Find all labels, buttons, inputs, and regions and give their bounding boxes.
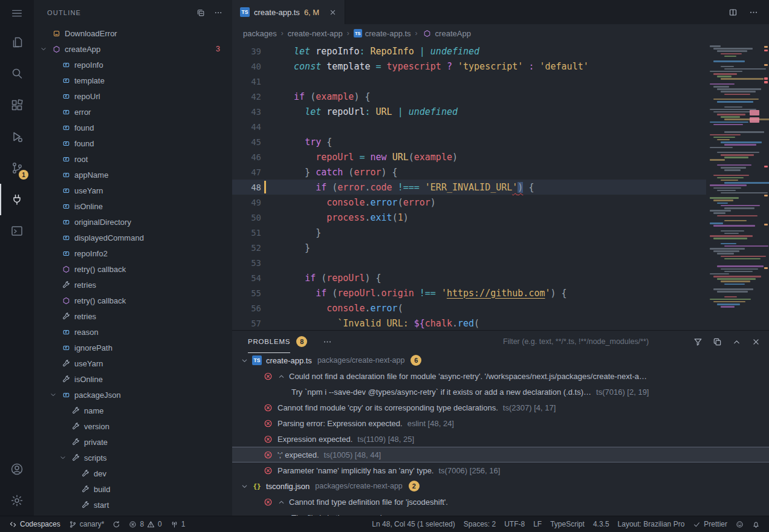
chevron-up-icon[interactable] — [277, 498, 285, 506]
outline-item[interactable]: createApp3 — [34, 41, 232, 57]
code-line[interactable]: 49 console.error(error) — [232, 195, 769, 210]
code-line[interactable]: 57 `Invalid URL: ${chalk.red( — [232, 316, 769, 330]
outline-item[interactable]: useYarn — [34, 183, 232, 198]
code-line[interactable]: 39 let repoInfo: RepoInfo | undefined — [232, 44, 769, 59]
outline-item[interactable]: private — [34, 434, 232, 450]
status-cursor-position[interactable]: Ln 48, Col 45 (1 selected) — [368, 516, 459, 532]
outline-item[interactable]: root — [34, 151, 232, 167]
chevron-up-icon[interactable] — [732, 337, 741, 346]
breadcrumb-packages[interactable]: packages — [243, 29, 277, 38]
tab-create-app[interactable]: TS create-app.ts 6, M — [232, 0, 345, 24]
tab-problems[interactable]: PROBLEMS — [248, 331, 290, 353]
status-notifications[interactable] — [748, 516, 764, 532]
preview-panel-button[interactable] — [0, 215, 34, 247]
outline-item[interactable]: name — [34, 403, 232, 418]
outline-item[interactable]: reason — [34, 324, 232, 340]
status-problems-summary[interactable]: 80 — [125, 516, 166, 532]
code-line[interactable]: 53 — [232, 255, 769, 270]
code-line[interactable]: 43 let repoUrl: URL | undefined — [232, 104, 769, 119]
group-by-icon[interactable] — [713, 337, 722, 346]
code-line[interactable]: 46 repoUrl = new URL(example) — [232, 149, 769, 164]
source-control-button[interactable]: 1 — [0, 152, 34, 184]
outline-item[interactable]: packageJson — [34, 387, 232, 403]
close-icon[interactable] — [329, 8, 337, 16]
outline-item[interactable]: version — [34, 418, 232, 434]
chevron-down-icon[interactable] — [48, 391, 58, 398]
status-layout[interactable]: Layout: Brazilian Pro — [614, 516, 689, 532]
problems-filter-input[interactable] — [502, 337, 683, 346]
outline-item[interactable]: isOnline — [34, 371, 232, 387]
problem-row[interactable]: ';' expected.ts(1005) [48, 44] — [232, 447, 769, 462]
editor-more-icon[interactable] — [749, 8, 758, 17]
minimap[interactable] — [706, 42, 769, 330]
code-line[interactable]: 56 console.error( — [232, 300, 769, 316]
search-button[interactable] — [0, 58, 34, 89]
outline-item[interactable]: start — [34, 497, 232, 513]
problem-row[interactable]: Parsing error: Expression expected.eslin… — [232, 415, 769, 431]
status-sync[interactable] — [108, 516, 125, 532]
code-line[interactable]: 47 } catch (error) { — [232, 164, 769, 180]
problem-related-row[interactable]: Try `npm i --save-dev @types/async-retry… — [232, 384, 769, 400]
outline-item[interactable]: DownloadError — [34, 25, 232, 41]
problem-row[interactable]: Cannot find module 'cpy' or its correspo… — [232, 400, 769, 415]
code-line[interactable]: 50 process.exit(1) — [232, 210, 769, 225]
problem-file-row[interactable]: {}tsconfig.jsonpackages/create-next-app2 — [232, 478, 769, 494]
outline-item[interactable]: error — [34, 104, 232, 120]
outline-item[interactable]: repoInfo — [34, 57, 232, 73]
run-debug-button[interactable] — [0, 121, 34, 152]
extensions-button[interactable] — [0, 89, 34, 121]
code-line[interactable]: 52 } — [232, 240, 769, 255]
panel-more-icon[interactable] — [323, 337, 332, 346]
outline-item[interactable]: repoUrl — [34, 88, 232, 104]
chevron-up-icon[interactable] — [277, 372, 285, 380]
problem-file-row[interactable]: TScreate-app.tspackages/create-next-app6 — [232, 352, 769, 368]
code-line[interactable]: 42 if (example) { — [232, 89, 769, 104]
outline-item[interactable]: ignorePath — [34, 340, 232, 355]
breadcrumb-file[interactable]: TS create-app.ts — [354, 29, 411, 38]
status-feedback[interactable] — [732, 516, 748, 532]
status-indentation[interactable]: Spaces: 2 — [459, 516, 500, 532]
code-line[interactable]: 44 — [232, 119, 769, 134]
code-line[interactable]: 45 try { — [232, 134, 769, 149]
settings-button[interactable] — [0, 485, 34, 516]
account-button[interactable] — [0, 453, 34, 485]
outline-item[interactable]: retry() callback — [34, 293, 232, 308]
outline-item[interactable]: found — [34, 120, 232, 135]
status-language[interactable]: TypeScript — [546, 516, 589, 532]
problem-row[interactable]: Parameter 'name' implicitly has an 'any'… — [232, 462, 769, 478]
outline-item[interactable]: retry() callback — [34, 261, 232, 277]
code-line[interactable]: 41 — [232, 74, 769, 89]
more-actions-icon[interactable] — [214, 8, 222, 17]
status-branch[interactable]: canary* — [65, 516, 109, 532]
split-editor-icon[interactable] — [728, 8, 738, 17]
outline-item[interactable]: scripts — [34, 450, 232, 465]
outline-item[interactable]: retries — [34, 308, 232, 324]
explorer-button[interactable] — [0, 27, 34, 58]
status-ports[interactable]: 1 — [166, 516, 190, 532]
code-line[interactable]: 55 if (repoUrl.origin !== 'https://githu… — [232, 285, 769, 300]
code-line[interactable]: 40 const template = typescript ? 'typesc… — [232, 59, 769, 74]
collapse-all-icon[interactable] — [196, 8, 205, 17]
chevron-down-icon[interactable] — [241, 482, 248, 490]
outline-item[interactable]: build — [34, 481, 232, 497]
status-eol[interactable]: LF — [529, 516, 546, 532]
outline-item[interactable]: dev — [34, 465, 232, 481]
outline-item[interactable]: found — [34, 135, 232, 151]
status-encoding[interactable]: UTF-8 — [500, 516, 529, 532]
outline-item[interactable]: appName — [34, 167, 232, 183]
chevron-down-icon[interactable] — [39, 45, 48, 53]
code-line[interactable]: 51 } — [232, 225, 769, 240]
close-icon[interactable] — [751, 337, 761, 346]
filter-icon[interactable] — [693, 337, 702, 346]
problem-row[interactable]: Could not find a declaration file for mo… — [232, 368, 769, 384]
status-codespaces[interactable]: Codespaces — [5, 516, 65, 532]
status-ts-version[interactable]: 4.3.5 — [589, 516, 614, 532]
code-line[interactable]: 48 if (error.code !=== 'ERR_INVALID_URL'… — [232, 180, 769, 195]
outline-item[interactable]: isOnline — [34, 198, 232, 214]
menu-button[interactable] — [0, 0, 34, 27]
outline-item[interactable]: retries — [34, 277, 232, 293]
overview-ruler[interactable] — [763, 42, 769, 330]
outline-item[interactable]: repoInfo2 — [34, 245, 232, 261]
outline-item[interactable]: originalDirectory — [34, 214, 232, 230]
outline-item[interactable]: displayedCommand — [34, 230, 232, 245]
